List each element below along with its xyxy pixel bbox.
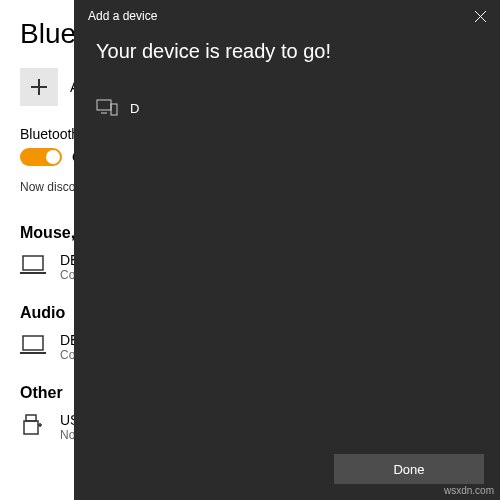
add-device-button[interactable] <box>20 68 58 106</box>
close-icon <box>475 11 486 22</box>
paired-device-row: D <box>96 99 478 117</box>
add-device-modal: Add a device Your device is ready to go!… <box>74 0 500 500</box>
watermark: wsxdn.com <box>444 485 494 496</box>
svg-rect-5 <box>111 104 117 115</box>
laptop-icon <box>20 334 46 356</box>
bluetooth-toggle[interactable] <box>20 148 62 166</box>
modal-header: Add a device <box>74 0 500 32</box>
paired-device-name: D <box>130 101 139 116</box>
svg-rect-3 <box>24 421 38 434</box>
svg-rect-1 <box>23 336 43 350</box>
desktop-icon <box>96 99 118 117</box>
svg-rect-4 <box>97 100 111 110</box>
ready-message: Your device is ready to go! <box>96 40 478 63</box>
modal-title: Add a device <box>88 9 157 23</box>
svg-rect-0 <box>23 256 43 270</box>
modal-body: Your device is ready to go! D <box>74 32 500 454</box>
plus-icon <box>31 79 47 95</box>
laptop-icon <box>20 254 46 276</box>
done-button[interactable]: Done <box>334 454 484 484</box>
modal-footer: Done <box>74 454 500 500</box>
usb-device-icon <box>20 414 46 436</box>
svg-rect-2 <box>26 415 36 421</box>
close-button[interactable] <box>468 4 492 28</box>
